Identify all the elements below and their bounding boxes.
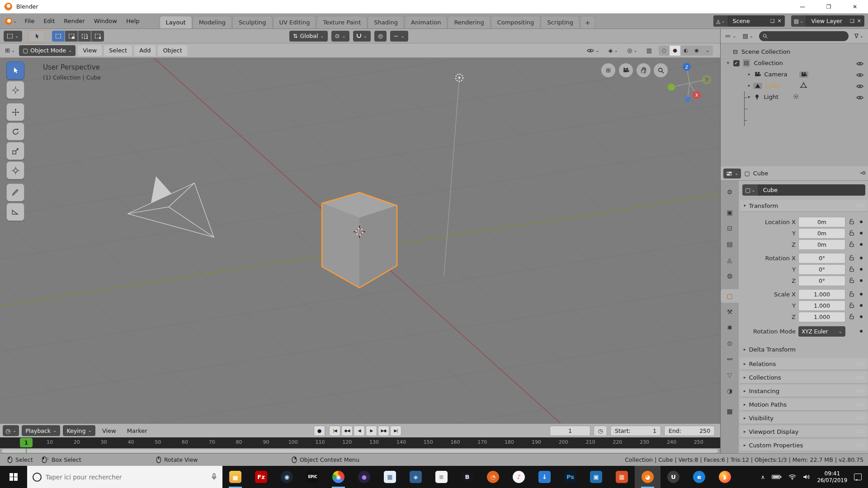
outliner-row-scene-collection[interactable]: ⊟ Scene Collection	[721, 46, 868, 57]
hide-toggle[interactable]	[856, 83, 863, 90]
rotate-tool-button[interactable]	[6, 122, 24, 141]
tab-world[interactable]: ◍	[721, 269, 739, 282]
shading-dropdown[interactable]: ⌄	[702, 46, 713, 56]
new-scene-icon[interactable]: ❏	[770, 18, 775, 24]
object-id-browse-button[interactable]: ▢ ⌄	[742, 184, 759, 196]
tab-compositing[interactable]: Compositing	[491, 16, 541, 28]
tab-view-layer[interactable]: ▤	[721, 237, 739, 251]
animate-dot[interactable]	[860, 232, 863, 235]
view-layer-browse-button[interactable]: ▤ ⌄	[791, 15, 807, 27]
editor-type-dropdown[interactable]: ⊞ ⌄	[3, 47, 17, 54]
cursor-tool-button[interactable]	[6, 81, 24, 99]
persp-ortho-button[interactable]: ⊞	[601, 63, 615, 77]
viewport-menu-view[interactable]: View	[78, 45, 102, 56]
menu-help[interactable]: Help	[122, 16, 144, 26]
rotation-x-field[interactable]: 0°	[798, 253, 845, 263]
location-y-field[interactable]: 0m	[798, 228, 845, 239]
scale-x-field[interactable]: 1.000	[798, 289, 845, 300]
taskbar-app-chrome[interactable]: ◉	[326, 466, 351, 488]
outliner-row-collection[interactable]: ▾ ✓ ⊟ Collection	[721, 57, 868, 69]
animate-dot[interactable]	[860, 315, 863, 318]
mode-dropdown[interactable]: ▢ Object Mode ⌄	[19, 45, 75, 56]
lock-icon[interactable]	[849, 255, 855, 263]
tab-render[interactable]: ▣	[721, 206, 739, 219]
expand-icon[interactable]: ▸	[748, 95, 750, 99]
hide-toggle[interactable]	[856, 61, 863, 67]
current-frame-field[interactable]: 1	[550, 426, 590, 436]
taskbar-app-orange-app[interactable]: ◔	[480, 466, 506, 488]
keying-menu[interactable]: Keying ⌄	[63, 425, 95, 436]
navigation-gizmo[interactable]: Z Y X	[661, 61, 718, 112]
taskbar-app-photoshop[interactable]: Ps	[557, 466, 583, 488]
timeline-ruler[interactable]: 1 10203040506070809010011012013014015016…	[0, 437, 720, 448]
filter-dropdown[interactable]: ∇ ⌄	[852, 33, 866, 39]
close-button[interactable]: ✕	[842, 0, 868, 13]
measure-tool-button[interactable]	[6, 203, 24, 221]
taskbar-app-music-app[interactable]: ●	[351, 466, 377, 488]
tab-rendering[interactable]: Rendering	[448, 16, 490, 28]
tab-scene[interactable]: ◬	[721, 253, 739, 267]
move-tool-button[interactable]	[6, 103, 24, 121]
lock-icon[interactable]	[849, 302, 855, 310]
animate-dot[interactable]	[860, 221, 863, 223]
scale-y-field[interactable]: 1.000	[798, 300, 845, 311]
taskbar-app-media-player[interactable]: ♪	[506, 466, 532, 488]
rotation-mode-select[interactable]: XYZ Euler ⌄	[798, 326, 845, 337]
taskbar-app-edge[interactable]: e	[686, 466, 712, 488]
tab-particles[interactable]: ✱	[721, 321, 739, 334]
taskbar-app-epic-games[interactable]: EPIC	[300, 466, 326, 488]
camera-view-button[interactable]	[619, 63, 633, 77]
taskbar-app-tiles-app[interactable]: ▦	[609, 466, 635, 488]
overlays-dropdown[interactable]: ◎ ⌄	[625, 47, 640, 54]
animate-dot[interactable]	[860, 279, 863, 282]
tab-modeling[interactable]: Modeling	[193, 16, 232, 28]
view-layer-name-field[interactable]: View Layer	[807, 18, 847, 24]
viewport-menu-select[interactable]: Select	[104, 45, 132, 56]
play-button[interactable]: ▶	[366, 426, 377, 436]
expand-icon[interactable]: ▾	[727, 61, 729, 65]
orientation-dropdown[interactable]: ⇅ Global ⌄	[289, 31, 328, 42]
view-menu[interactable]: View	[98, 427, 120, 434]
scene-browse-button[interactable]: ◬ ⌄	[713, 15, 728, 27]
scale-tool-button[interactable]	[6, 142, 24, 160]
wifi-icon[interactable]	[788, 474, 796, 480]
lock-icon[interactable]	[849, 241, 855, 249]
tray-expand-icon[interactable]: ∧	[761, 474, 765, 480]
taskbar-clock[interactable]: 09:41 26/07/2019	[817, 470, 847, 484]
shading-wireframe-button[interactable]: ○	[659, 46, 670, 56]
panel-custom-properties[interactable]: ▸Custom Properties∷∷	[740, 439, 868, 451]
falloff-dropdown[interactable]: ~ ⌄	[390, 31, 408, 42]
menu-render[interactable]: Render	[59, 16, 89, 26]
panel-visibility[interactable]: ▸Visibility∷∷	[740, 412, 868, 424]
collection-checkbox[interactable]: ✓	[733, 60, 740, 66]
panel-relations[interactable]: ▸Relations∷∷	[740, 358, 868, 370]
expand-icon[interactable]: ▸	[748, 84, 750, 88]
pin-icon[interactable]	[858, 169, 867, 178]
shading-solid-button[interactable]: ●	[670, 46, 680, 56]
select-mode-extend-button[interactable]	[65, 31, 78, 42]
transform-panel-header[interactable]: ▾ Transform ∷∷	[740, 200, 868, 211]
panel-motion-paths[interactable]: ▸Motion Paths∷∷	[740, 399, 868, 410]
add-workspace-button[interactable]: +	[580, 16, 595, 28]
tab-sculpting[interactable]: Sculpting	[232, 16, 273, 28]
tab-output[interactable]: ⊡	[721, 221, 739, 235]
action-center-icon[interactable]	[854, 474, 862, 480]
next-keyframe-button[interactable]: ▶◆	[378, 426, 389, 436]
jump-to-end-button[interactable]: ▶|	[390, 426, 401, 436]
shading-rendered-button[interactable]: ◉	[691, 46, 702, 56]
tab-uv-editing[interactable]: UV Editing	[273, 16, 316, 28]
gizmos-dropdown[interactable]: ◈ ⌄	[606, 47, 620, 54]
maximize-button[interactable]: ❐	[816, 0, 842, 13]
pan-view-button[interactable]	[637, 63, 651, 77]
record-button[interactable]: ●	[314, 426, 325, 436]
hide-toggle[interactable]	[856, 94, 863, 101]
tab-tool[interactable]: ⚙	[721, 185, 739, 199]
tab-object[interactable]: ▢	[721, 289, 739, 303]
taskbar-app-blender[interactable]: ◕	[635, 466, 660, 488]
taskbar-app-u-app[interactable]: U	[660, 466, 686, 488]
animate-dot[interactable]	[860, 293, 863, 296]
taskbar-app-notepad[interactable]: ≡	[429, 466, 454, 488]
start-button[interactable]	[0, 466, 27, 488]
viewport-menu-add[interactable]: Add	[134, 45, 156, 56]
location-z-field[interactable]: 0m	[798, 239, 845, 250]
